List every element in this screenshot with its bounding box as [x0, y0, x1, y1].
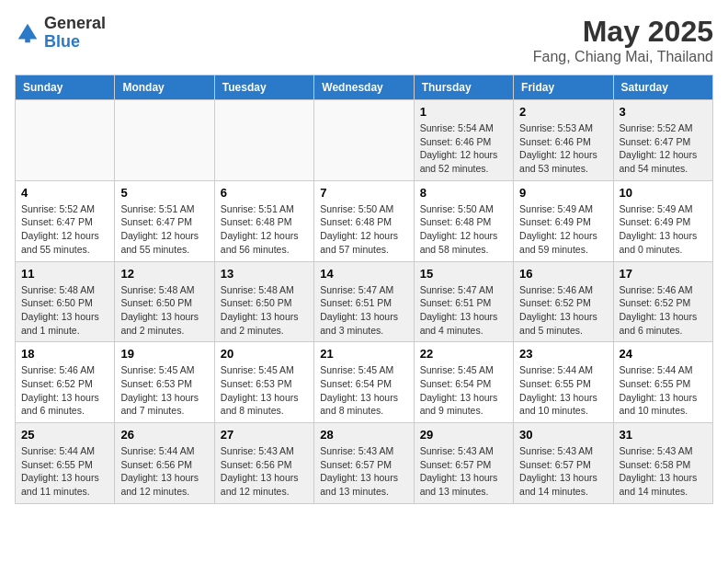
weekday-header-friday: Friday	[514, 75, 613, 100]
day-number: 1	[420, 105, 507, 119]
day-number: 7	[320, 186, 407, 200]
calendar-cell: 17Sunrise: 5:46 AM Sunset: 6:52 PM Dayli…	[613, 261, 712, 342]
logo: General Blue	[15, 15, 106, 52]
calendar-cell: 6Sunrise: 5:51 AM Sunset: 6:48 PM Daylig…	[214, 180, 313, 261]
calendar-cell	[214, 100, 313, 181]
day-info: Sunrise: 5:49 AM Sunset: 6:49 PM Dayligh…	[620, 202, 707, 257]
day-number: 28	[320, 428, 407, 442]
day-info: Sunrise: 5:54 AM Sunset: 6:46 PM Dayligh…	[420, 121, 507, 176]
calendar-cell: 19Sunrise: 5:45 AM Sunset: 6:53 PM Dayli…	[115, 342, 214, 423]
calendar-cell: 12Sunrise: 5:48 AM Sunset: 6:50 PM Dayli…	[115, 261, 214, 342]
calendar-cell: 21Sunrise: 5:45 AM Sunset: 6:54 PM Dayli…	[314, 342, 414, 423]
calendar-cell: 24Sunrise: 5:44 AM Sunset: 6:55 PM Dayli…	[613, 342, 712, 423]
calendar-cell: 8Sunrise: 5:50 AM Sunset: 6:48 PM Daylig…	[414, 180, 513, 261]
day-number: 2	[519, 105, 607, 119]
calendar-cell: 28Sunrise: 5:43 AM Sunset: 6:57 PM Dayli…	[314, 423, 414, 504]
calendar-cell: 20Sunrise: 5:45 AM Sunset: 6:53 PM Dayli…	[214, 342, 313, 423]
calendar-cell	[314, 100, 414, 181]
location-title: Fang, Chiang Mai, Thailand	[533, 49, 713, 65]
calendar-week-row: 25Sunrise: 5:44 AM Sunset: 6:55 PM Dayli…	[16, 423, 713, 504]
calendar-cell: 7Sunrise: 5:50 AM Sunset: 6:48 PM Daylig…	[314, 180, 414, 261]
day-number: 22	[420, 347, 507, 361]
day-number: 23	[519, 347, 607, 361]
day-number: 17	[620, 267, 707, 281]
page-header: General Blue May 2025 Fang, Chiang Mai, …	[15, 15, 713, 65]
weekday-header-thursday: Thursday	[414, 75, 513, 100]
weekday-header-sunday: Sunday	[16, 75, 115, 100]
day-info: Sunrise: 5:43 AM Sunset: 6:57 PM Dayligh…	[320, 444, 407, 499]
calendar-cell: 27Sunrise: 5:43 AM Sunset: 6:56 PM Dayli…	[214, 423, 313, 504]
day-number: 5	[120, 186, 208, 200]
calendar-cell: 10Sunrise: 5:49 AM Sunset: 6:49 PM Dayli…	[613, 180, 712, 261]
calendar-cell: 4Sunrise: 5:52 AM Sunset: 6:47 PM Daylig…	[16, 180, 115, 261]
day-number: 11	[21, 267, 108, 281]
day-info: Sunrise: 5:53 AM Sunset: 6:46 PM Dayligh…	[519, 121, 607, 176]
calendar-week-row: 18Sunrise: 5:46 AM Sunset: 6:52 PM Dayli…	[16, 342, 713, 423]
logo-text: General Blue	[44, 15, 106, 52]
month-title: May 2025	[533, 15, 713, 49]
day-number: 25	[21, 428, 108, 442]
day-info: Sunrise: 5:49 AM Sunset: 6:49 PM Dayligh…	[519, 202, 607, 257]
day-number: 18	[21, 347, 108, 361]
calendar-cell: 9Sunrise: 5:49 AM Sunset: 6:49 PM Daylig…	[514, 180, 613, 261]
day-info: Sunrise: 5:43 AM Sunset: 6:56 PM Dayligh…	[221, 444, 308, 499]
logo-icon	[15, 20, 40, 46]
day-info: Sunrise: 5:46 AM Sunset: 6:52 PM Dayligh…	[620, 283, 707, 338]
calendar-cell: 29Sunrise: 5:43 AM Sunset: 6:57 PM Dayli…	[414, 423, 513, 504]
weekday-header-tuesday: Tuesday	[214, 75, 313, 100]
calendar-week-row: 4Sunrise: 5:52 AM Sunset: 6:47 PM Daylig…	[16, 180, 713, 261]
logo-general: General	[44, 14, 106, 32]
day-number: 21	[320, 347, 407, 361]
calendar-cell: 11Sunrise: 5:48 AM Sunset: 6:50 PM Dayli…	[16, 261, 115, 342]
calendar-cell: 31Sunrise: 5:43 AM Sunset: 6:58 PM Dayli…	[613, 423, 712, 504]
calendar-cell: 25Sunrise: 5:44 AM Sunset: 6:55 PM Dayli…	[16, 423, 115, 504]
day-number: 13	[221, 267, 308, 281]
day-info: Sunrise: 5:52 AM Sunset: 6:47 PM Dayligh…	[620, 121, 707, 176]
day-number: 30	[519, 428, 607, 442]
weekday-header-monday: Monday	[115, 75, 214, 100]
day-info: Sunrise: 5:48 AM Sunset: 6:50 PM Dayligh…	[120, 283, 208, 338]
day-info: Sunrise: 5:45 AM Sunset: 6:53 PM Dayligh…	[120, 363, 208, 418]
day-info: Sunrise: 5:44 AM Sunset: 6:55 PM Dayligh…	[21, 444, 108, 499]
calendar-cell: 16Sunrise: 5:46 AM Sunset: 6:52 PM Dayli…	[514, 261, 613, 342]
calendar-cell: 26Sunrise: 5:44 AM Sunset: 6:56 PM Dayli…	[115, 423, 214, 504]
day-info: Sunrise: 5:45 AM Sunset: 6:54 PM Dayligh…	[320, 363, 407, 418]
day-number: 9	[519, 186, 607, 200]
day-info: Sunrise: 5:51 AM Sunset: 6:48 PM Dayligh…	[221, 202, 308, 257]
day-number: 3	[620, 105, 707, 119]
calendar-cell	[115, 100, 214, 181]
calendar-table: SundayMondayTuesdayWednesdayThursdayFrid…	[15, 75, 713, 504]
calendar-cell: 30Sunrise: 5:43 AM Sunset: 6:57 PM Dayli…	[514, 423, 613, 504]
day-info: Sunrise: 5:43 AM Sunset: 6:57 PM Dayligh…	[519, 444, 607, 499]
day-number: 16	[519, 267, 607, 281]
weekday-header-saturday: Saturday	[613, 75, 712, 100]
day-number: 8	[420, 186, 507, 200]
day-number: 31	[620, 428, 707, 442]
day-number: 19	[120, 347, 208, 361]
day-info: Sunrise: 5:47 AM Sunset: 6:51 PM Dayligh…	[420, 283, 507, 338]
calendar-cell: 18Sunrise: 5:46 AM Sunset: 6:52 PM Dayli…	[16, 342, 115, 423]
day-number: 4	[21, 186, 108, 200]
day-number: 15	[420, 267, 507, 281]
day-info: Sunrise: 5:50 AM Sunset: 6:48 PM Dayligh…	[320, 202, 407, 257]
day-number: 10	[620, 186, 707, 200]
day-number: 24	[620, 347, 707, 361]
day-info: Sunrise: 5:45 AM Sunset: 6:53 PM Dayligh…	[221, 363, 308, 418]
day-number: 6	[221, 186, 308, 200]
calendar-cell: 23Sunrise: 5:44 AM Sunset: 6:55 PM Dayli…	[514, 342, 613, 423]
day-number: 26	[120, 428, 208, 442]
day-info: Sunrise: 5:46 AM Sunset: 6:52 PM Dayligh…	[519, 283, 607, 338]
calendar-week-row: 1Sunrise: 5:54 AM Sunset: 6:46 PM Daylig…	[16, 100, 713, 181]
calendar-cell: 13Sunrise: 5:48 AM Sunset: 6:50 PM Dayli…	[214, 261, 313, 342]
title-block: May 2025 Fang, Chiang Mai, Thailand	[533, 15, 713, 65]
day-info: Sunrise: 5:46 AM Sunset: 6:52 PM Dayligh…	[21, 363, 108, 418]
day-info: Sunrise: 5:51 AM Sunset: 6:47 PM Dayligh…	[120, 202, 208, 257]
day-info: Sunrise: 5:43 AM Sunset: 6:57 PM Dayligh…	[420, 444, 507, 499]
calendar-week-row: 11Sunrise: 5:48 AM Sunset: 6:50 PM Dayli…	[16, 261, 713, 342]
calendar-header-row: SundayMondayTuesdayWednesdayThursdayFrid…	[16, 75, 713, 100]
day-info: Sunrise: 5:50 AM Sunset: 6:48 PM Dayligh…	[420, 202, 507, 257]
calendar-cell: 2Sunrise: 5:53 AM Sunset: 6:46 PM Daylig…	[514, 100, 613, 181]
day-number: 12	[120, 267, 208, 281]
day-info: Sunrise: 5:44 AM Sunset: 6:55 PM Dayligh…	[620, 363, 707, 418]
day-number: 27	[221, 428, 308, 442]
